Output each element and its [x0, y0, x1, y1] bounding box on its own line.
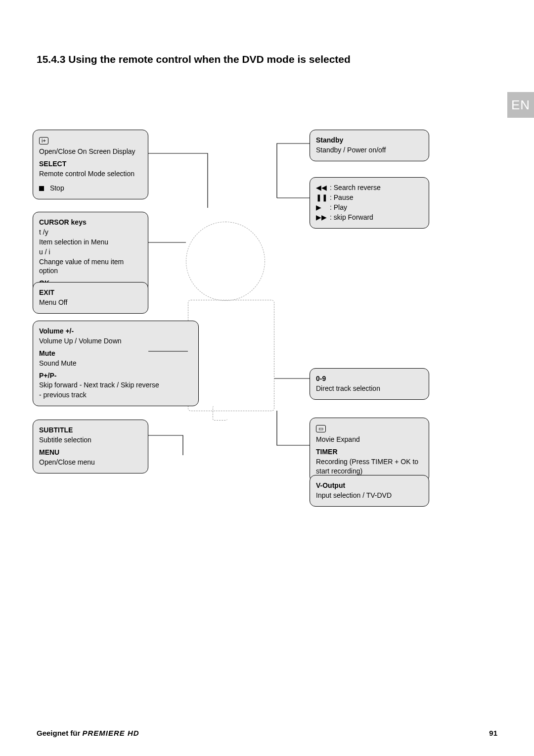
osd-desc: Open/Close On Screen Display	[39, 147, 142, 156]
remote-body-outline	[188, 300, 274, 411]
forward-desc: : skip Forward	[330, 213, 373, 221]
callout-numbers: 0-9 Direct track selection	[310, 368, 429, 400]
pause-desc: : Pause	[330, 193, 353, 201]
pause-icon: ❚❚	[316, 193, 330, 202]
volume-desc: Volume Up / Volume Down	[39, 336, 192, 346]
callout-expand-timer: ▭ Movie Expand TIMER Recording (Press TI…	[310, 418, 429, 482]
osd-icon: i+	[39, 137, 48, 144]
mute-title: Mute	[39, 349, 192, 358]
callout-osd-select-stop: i+ Open/Close On Screen Display SELECT R…	[33, 130, 148, 199]
cursor-title: CURSOR keys	[39, 218, 142, 227]
expand-desc: Movie Expand	[316, 435, 423, 444]
callout-subtitle-menu: SUBTITLE Subtitle selection MENU Open/Cl…	[33, 420, 148, 473]
rewind-desc: : Search reverse	[330, 184, 381, 191]
timer-title: TIMER	[316, 447, 423, 457]
cursor-line2: Item selection in Menu	[39, 237, 142, 247]
play-desc: : Play	[330, 203, 347, 211]
footer-left: Geeignet für PREMIERE HD	[37, 729, 139, 737]
footer-prefix: Geeignet für	[37, 729, 83, 737]
select-desc: Remote control Mode selection	[39, 169, 142, 179]
callout-transport: ◀◀: Search reverse ❚❚: Pause ▶: Play ▶▶:…	[310, 177, 429, 229]
pp-desc2: - previous track	[39, 390, 192, 400]
stop-icon	[39, 186, 44, 191]
subtitle-desc: Subtitle selection	[39, 435, 142, 445]
exit-desc: Menu Off	[39, 298, 142, 307]
volume-title: Volume +/-	[39, 327, 192, 336]
page-footer: Geeignet für PREMIERE HD 91	[37, 729, 497, 737]
voutput-title: V-Output	[316, 481, 423, 490]
rewind-icon: ◀◀	[316, 183, 330, 192]
standby-title: Standby	[316, 136, 423, 145]
pp-desc1: Skip forward - Next track / Skip reverse	[39, 380, 192, 390]
subtitle-title: SUBTITLE	[39, 425, 142, 435]
menu-title: MENU	[39, 448, 142, 457]
footer-brand: PREMIERE HD	[83, 729, 139, 737]
play-icon: ▶	[316, 203, 330, 212]
menu-desc: Open/Close menu	[39, 458, 142, 467]
page: 15.4.3 Using the remote control when the…	[0, 0, 534, 756]
callout-volume-mute-pp: Volume +/- Volume Up / Volume Down Mute …	[33, 321, 199, 406]
select-title: SELECT	[39, 159, 142, 169]
section-heading: 15.4.3 Using the remote control when the…	[37, 53, 351, 65]
mute-desc: Sound Mute	[39, 359, 192, 368]
page-number: 91	[489, 729, 497, 737]
cursor-line1: t /y	[39, 228, 142, 237]
callout-voutput: V-Output Input selection / TV-DVD	[310, 475, 429, 507]
cursor-line3: u / i	[39, 247, 142, 257]
remote-dpad-outline	[186, 222, 265, 301]
voutput-desc: Input selection / TV-DVD	[316, 491, 423, 500]
stop-label: Stop	[50, 184, 64, 192]
remote-lower-outline	[213, 406, 227, 421]
standby-desc: Standby / Power on/off	[316, 145, 423, 155]
callout-standby: Standby Standby / Power on/off	[310, 130, 429, 161]
pp-title: P+/P-	[39, 371, 192, 380]
numbers-title: 0-9	[316, 374, 423, 383]
forward-icon: ▶▶	[316, 213, 330, 222]
callout-exit: EXIT Menu Off	[33, 282, 148, 314]
timer-desc: Recording (Press TIMER + OK to start rec…	[316, 457, 423, 476]
numbers-desc: Direct track selection	[316, 384, 423, 393]
language-tab: EN	[507, 92, 534, 118]
expand-icon: ▭	[316, 425, 326, 432]
cursor-line4: Change value of menu item option	[39, 257, 142, 276]
exit-title: EXIT	[39, 288, 142, 297]
